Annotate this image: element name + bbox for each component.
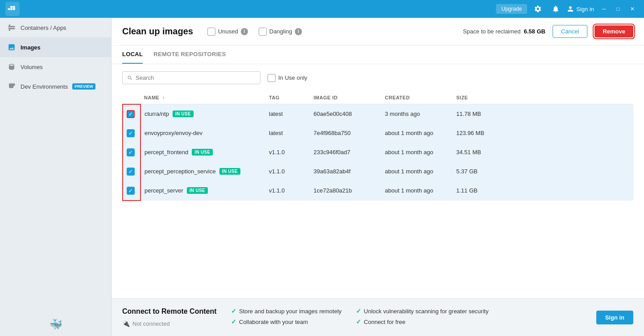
row-checkbox[interactable]: ✓ [127,129,135,137]
gear-icon [534,5,542,13]
notifications-button[interactable] [549,2,563,16]
space-reclaim-label: Space to be reclaimed [463,28,520,35]
containers-icon [7,23,16,32]
sidebar-item-containers-label: Containers / Apps [21,25,66,31]
row-checkbox[interactable]: ✓ [127,168,135,176]
connect-title: Connect to Remote Content [122,307,220,316]
minimize-button[interactable]: ─ [598,3,610,15]
tabs-bar: LOCAL REMOTE REPOSITORIES [111,45,644,64]
th-checkbox [123,91,140,104]
cancel-button[interactable]: Cancel [553,25,587,38]
th-tag: TAG [265,91,310,104]
row-name: percept_frontendIN USE [140,143,265,162]
images-icon [7,43,16,52]
content-area: Clean up images Unused i Dangling i Spac… [111,18,644,336]
bottom-features: ✓ Store and backup your images remotely … [231,307,586,325]
check-icon-3: ✓ [356,307,361,315]
row-checkbox-cell: ✓ [123,123,140,143]
feature-item-3: ✓ Unlock vulnerability scanning for grea… [356,307,489,315]
in-use-badge: IN USE [173,111,194,117]
th-created: CREATED [381,91,453,104]
preview-badge: PREVIEW [72,83,95,90]
row-name: envoyproxy/envoy-dev [140,123,265,143]
in-use-badge: IN USE [219,168,240,175]
row-checkbox[interactable]: ✓ [127,110,135,118]
row-size: 5.37 GB [453,162,633,181]
sign-in-label: Sign in [576,6,594,12]
sidebar-item-containers-apps[interactable]: Containers / Apps [0,18,111,37]
row-size: 123.96 MB [453,123,633,143]
in-use-filter-group: In Use only [268,74,307,82]
close-button[interactable]: ✕ [626,3,639,15]
check-icon-1: ✓ [231,307,236,315]
svg-rect-4 [10,6,12,8]
row-image-id: 60ae5e00c408 [310,104,381,124]
unused-label: Unused [218,28,238,35]
row-name: cturra/ntpIN USE [140,104,265,124]
row-tag: v1.1.0 [265,143,310,162]
plug-icon: 🔌 [122,320,130,327]
row-size: 11.78 MB [453,104,633,124]
volumes-icon [7,62,16,71]
row-checkbox-cell: ✓ [123,162,140,181]
unused-info-icon[interactable]: i [241,28,248,35]
sidebar-item-dev-environments[interactable]: Dev Environments PREVIEW [0,77,111,96]
row-checkbox-cell: ✓ [123,181,140,201]
bottom-section: Connect to Remote Content 🔌 Not connecte… [111,298,644,336]
row-name: percept_serverIN USE [140,181,265,201]
tab-remote[interactable]: REMOTE REPOSITORIES [153,45,226,64]
main-layout: Containers / Apps Images Volumes Dev Env… [0,18,644,336]
sign-in-button[interactable]: Sign in [566,5,594,13]
bell-icon [552,5,560,13]
settings-button[interactable] [531,2,545,16]
whale-icon: 🐳 [49,318,62,331]
svg-rect-1 [8,8,10,10]
table-row: ✓percept_perception_serviceIN USEv1.1.03… [123,162,633,181]
features-col-2: ✓ Unlock vulnerability scanning for grea… [356,307,489,325]
table-body: ✓cturra/ntpIN USElatest60ae5e00c4083 mon… [123,104,633,201]
images-table: NAME ↑ TAG IMAGE ID CREATED SIZE ✓cturra… [122,91,633,201]
in-use-label: In Use only [278,74,307,81]
sort-arrow-icon: ↑ [162,95,165,100]
maximize-button[interactable]: □ [612,3,624,15]
dangling-checkbox[interactable] [259,28,267,36]
table-row: ✓percept_frontendIN USEv1.1.0233c946f0ad… [123,143,633,162]
feature-text-2: Collaborate with your team [239,319,308,325]
feature-item-4: ✓ Connect for free [356,318,489,325]
sidebar-item-volumes[interactable]: Volumes [0,57,111,77]
search-filter-row: In Use only [122,71,633,84]
th-name[interactable]: NAME ↑ [140,91,265,104]
row-name-text: percept_frontend [144,149,188,156]
titlebar: Upgrade Sign in ─ □ ✕ [0,0,644,18]
unused-checkbox[interactable] [207,28,215,36]
dev-environments-icon [7,82,16,91]
search-icon [127,75,133,81]
table-row: ✓cturra/ntpIN USElatest60ae5e00c4083 mon… [123,104,633,124]
row-checkbox[interactable]: ✓ [127,187,135,195]
sidebar-footer: 🐳 [0,313,111,336]
search-input[interactable] [136,74,256,81]
row-created: about 1 month ago [381,181,453,201]
feature-text-3: Unlock vulnerability scanning for greate… [364,308,489,315]
in-use-badge: IN USE [192,149,213,156]
feature-item-2: ✓ Collaborate with your team [231,318,342,325]
row-tag: v1.1.0 [265,181,310,201]
sidebar-item-volumes-label: Volumes [21,64,43,70]
row-checkbox[interactable]: ✓ [127,148,135,156]
table-header: NAME ↑ TAG IMAGE ID CREATED SIZE [123,91,633,104]
not-connected-label: Not connected [132,320,170,327]
check-icon-2: ✓ [231,318,236,325]
feature-text-1: Store and backup your images remotely [239,308,342,315]
remote-signin-button[interactable]: Sign in [596,311,633,324]
dangling-info-icon[interactable]: i [295,28,302,35]
row-size: 1.11 GB [453,181,633,201]
remove-button[interactable]: Remove [594,25,633,37]
upgrade-button[interactable]: Upgrade [496,4,527,14]
sidebar-item-images[interactable]: Images [0,37,111,57]
row-checkbox-cell: ✓ [123,143,140,162]
tab-local[interactable]: LOCAL [122,45,143,64]
row-name-text: cturra/ntp [144,111,169,117]
in-use-checkbox[interactable] [268,74,276,82]
feature-item-1: ✓ Store and backup your images remotely [231,307,342,315]
features-col-1: ✓ Store and backup your images remotely … [231,307,342,325]
